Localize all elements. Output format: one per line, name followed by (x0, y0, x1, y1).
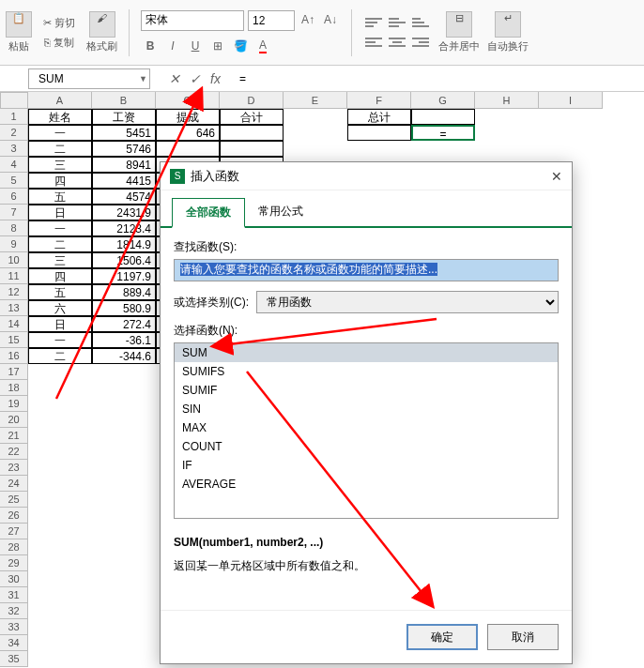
cell-B4[interactable]: 8941 (92, 157, 156, 173)
row-header-21[interactable]: 21 (0, 428, 28, 444)
col-header-F[interactable]: F (347, 92, 411, 109)
align-right-icon[interactable] (410, 34, 431, 51)
cell-B13[interactable]: 580.9 (92, 300, 156, 316)
font-color-button[interactable]: A (253, 37, 272, 55)
cell-G2[interactable]: = (411, 125, 475, 141)
cell-B14[interactable]: 272.4 (92, 316, 156, 332)
cut-button[interactable]: ✂ 剪切 (39, 14, 79, 32)
row-header-26[interactable]: 26 (0, 508, 28, 524)
cell-A10[interactable]: 三 (28, 252, 92, 268)
increase-font-icon[interactable]: A↑ (299, 10, 317, 29)
border-button[interactable]: ⊞ (208, 37, 227, 55)
row-header-12[interactable]: 12 (0, 284, 28, 300)
cell-B6[interactable]: 4574 (92, 189, 156, 205)
tab-all-functions[interactable]: 全部函数 (172, 198, 245, 228)
cell-A16[interactable]: 二 (28, 348, 92, 364)
formula-input[interactable] (221, 68, 644, 89)
cell-A14[interactable]: 日 (28, 316, 92, 332)
cell-D1[interactable]: 合计 (220, 109, 284, 125)
cell-B12[interactable]: 889.4 (92, 284, 156, 300)
row-header-7[interactable]: 7 (0, 205, 28, 220)
cell-A13[interactable]: 六 (28, 300, 92, 316)
col-header-B[interactable]: B (92, 92, 156, 109)
bold-button[interactable]: B (141, 37, 160, 55)
cell-A1[interactable]: 姓名 (28, 109, 92, 125)
row-header-24[interactable]: 24 (0, 476, 28, 492)
cell-B3[interactable]: 5746 (92, 141, 156, 157)
row-header-11[interactable]: 11 (0, 268, 28, 284)
font-family-select[interactable] (141, 10, 244, 31)
align-top-icon[interactable] (363, 14, 384, 31)
cell-A3[interactable]: 二 (28, 141, 92, 157)
decrease-font-icon[interactable]: A↓ (321, 10, 340, 29)
function-item-sum[interactable]: SUM (175, 343, 558, 362)
col-header-A[interactable]: A (28, 92, 92, 109)
function-item-max[interactable]: MAX (175, 418, 558, 437)
function-item-count[interactable]: COUNT (175, 437, 558, 456)
function-item-sin[interactable]: SIN (175, 400, 558, 418)
cell-B8[interactable]: 2123.4 (92, 220, 156, 236)
row-header-20[interactable]: 20 (0, 412, 28, 428)
auto-wrap-button[interactable]: ↵ 自动换行 (487, 11, 529, 53)
copy-button[interactable]: ⎘ 复制 (40, 34, 78, 52)
cell-A2[interactable]: 一 (28, 125, 92, 141)
underline-button[interactable]: U (186, 37, 205, 55)
row-header-9[interactable]: 9 (0, 236, 28, 252)
row-header-19[interactable]: 19 (0, 396, 28, 412)
align-middle-icon[interactable] (387, 14, 407, 31)
col-header-E[interactable]: E (284, 92, 347, 109)
paste-button[interactable]: 📋 粘贴 (6, 11, 32, 53)
row-header-1[interactable]: 1 (0, 109, 28, 125)
cell-A15[interactable]: 一 (28, 332, 92, 348)
function-item-average[interactable]: AVERAGE (175, 475, 558, 493)
format-painter-button[interactable]: 🖌 格式刷 (86, 11, 117, 53)
row-header-10[interactable]: 10 (0, 252, 28, 268)
cell-D3[interactable] (220, 141, 284, 157)
row-header-15[interactable]: 15 (0, 332, 28, 348)
cell-C3[interactable] (156, 141, 220, 157)
row-header-2[interactable]: 2 (0, 125, 28, 141)
name-box[interactable]: SUM ▼ (28, 68, 150, 89)
ok-button[interactable]: 确定 (406, 624, 478, 650)
row-header-22[interactable]: 22 (0, 444, 28, 460)
col-header-C[interactable]: C (156, 92, 220, 109)
cell-B10[interactable]: 1506.4 (92, 252, 156, 268)
cell-B11[interactable]: 1197.9 (92, 268, 156, 284)
cell-D2[interactable] (220, 125, 284, 141)
select-all-corner[interactable] (0, 92, 28, 109)
function-list[interactable]: SUMSUMIFSSUMIFSINMAXCOUNTIFAVERAGE (174, 342, 559, 519)
row-header-18[interactable]: 18 (0, 380, 28, 396)
italic-button[interactable]: I (163, 37, 182, 55)
row-header-35[interactable]: 35 (0, 651, 28, 667)
cell-A8[interactable]: 一 (28, 220, 92, 236)
row-header-23[interactable]: 23 (0, 460, 28, 476)
cell-G1[interactable] (411, 109, 475, 125)
search-function-input[interactable]: 请输入您要查找的函数名称或函数功能的简要描述... (174, 259, 559, 281)
cell-A7[interactable]: 日 (28, 205, 92, 220)
enter-icon[interactable]: ✓ (190, 71, 201, 86)
cell-B1[interactable]: 工资 (92, 109, 156, 125)
row-header-17[interactable]: 17 (0, 364, 28, 380)
fill-color-button[interactable]: 🪣 (231, 37, 250, 55)
row-header-4[interactable]: 4 (0, 157, 28, 173)
cell-B15[interactable]: -36.1 (92, 332, 156, 348)
cell-B7[interactable]: 2431.9 (92, 205, 156, 220)
tab-common-formula[interactable]: 常用公式 (245, 198, 316, 226)
cell-A12[interactable]: 五 (28, 284, 92, 300)
cancel-button[interactable]: 取消 (487, 624, 559, 650)
cell-A4[interactable]: 三 (28, 157, 92, 173)
chevron-down-icon[interactable]: ▼ (139, 74, 147, 84)
cell-B2[interactable]: 5451 (92, 125, 156, 141)
row-header-30[interactable]: 30 (0, 571, 28, 587)
cell-C2[interactable]: 646 (156, 125, 220, 141)
row-header-33[interactable]: 33 (0, 619, 28, 635)
merge-center-button[interactable]: ⊟ 合并居中 (438, 11, 480, 53)
row-header-16[interactable]: 16 (0, 348, 28, 364)
align-center-icon[interactable] (387, 34, 407, 51)
row-header-29[interactable]: 29 (0, 555, 28, 571)
col-header-G[interactable]: G (411, 92, 475, 109)
cell-C1[interactable]: 提成 (156, 109, 220, 125)
function-item-sumif[interactable]: SUMIF (175, 381, 558, 400)
cell-F1[interactable]: 总计 (347, 109, 411, 125)
row-header-27[interactable]: 27 (0, 524, 28, 539)
